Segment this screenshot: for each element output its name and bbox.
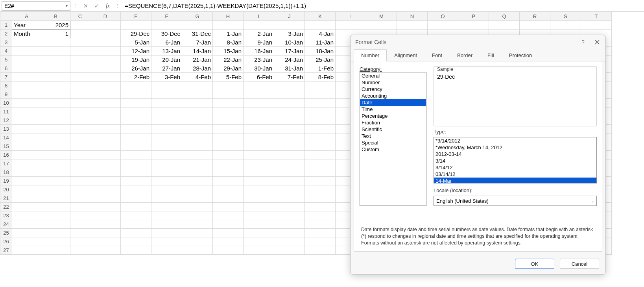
cell[interactable] <box>121 159 151 168</box>
cell[interactable] <box>70 159 90 168</box>
cell[interactable] <box>274 203 305 211</box>
cell[interactable] <box>182 159 213 168</box>
cell[interactable] <box>12 194 41 203</box>
cell[interactable] <box>244 99 274 107</box>
cell[interactable]: 6-Feb <box>244 73 274 81</box>
tab-protection[interactable]: Protection <box>502 49 540 61</box>
cell[interactable] <box>70 211 90 220</box>
cancel-button[interactable]: Cancel <box>560 259 599 269</box>
tab-font[interactable]: Font <box>424 49 450 61</box>
cell[interactable] <box>274 177 305 185</box>
tab-number[interactable]: Number <box>354 49 387 61</box>
cell[interactable] <box>458 21 489 30</box>
cell[interactable] <box>274 229 305 237</box>
column-header[interactable]: L <box>336 12 366 21</box>
cell[interactable] <box>182 168 213 177</box>
cell[interactable] <box>12 47 41 56</box>
cell[interactable] <box>151 229 182 237</box>
column-header[interactable]: A <box>12 12 41 21</box>
cell[interactable] <box>182 107 213 116</box>
cell[interactable] <box>182 116 213 125</box>
cell[interactable] <box>12 142 41 151</box>
cell[interactable] <box>274 81 305 90</box>
cell[interactable] <box>70 81 90 90</box>
row-header[interactable]: 11 <box>0 107 12 116</box>
cell[interactable] <box>12 90 41 99</box>
cell[interactable] <box>70 56 90 64</box>
cell[interactable] <box>274 246 305 255</box>
cell[interactable] <box>182 211 213 220</box>
cell[interactable] <box>121 99 151 107</box>
cell[interactable] <box>121 133 151 142</box>
cell[interactable]: Year <box>12 21 41 30</box>
cell[interactable] <box>121 168 151 177</box>
row-header[interactable]: 21 <box>0 194 12 203</box>
cell[interactable] <box>90 168 121 177</box>
cell[interactable] <box>12 246 41 255</box>
cell[interactable] <box>244 220 274 229</box>
column-header[interactable]: E <box>121 12 151 21</box>
column-header[interactable]: Q <box>489 12 520 21</box>
cell[interactable] <box>70 90 90 99</box>
row-header[interactable]: 7 <box>0 73 12 81</box>
cell[interactable] <box>244 151 274 159</box>
cell[interactable] <box>121 229 151 237</box>
cell[interactable]: 26-Jan <box>121 64 151 73</box>
cell[interactable] <box>121 211 151 220</box>
cell[interactable] <box>70 99 90 107</box>
cell[interactable] <box>151 90 182 99</box>
cell[interactable] <box>12 64 41 73</box>
cell[interactable] <box>12 237 41 246</box>
row-header[interactable]: 26 <box>0 237 12 246</box>
cell[interactable] <box>305 229 336 237</box>
cell[interactable] <box>12 116 41 125</box>
cell[interactable] <box>90 81 121 90</box>
cell[interactable]: 2-Jan <box>244 30 274 38</box>
cell[interactable] <box>581 21 612 30</box>
fx-icon[interactable]: fx <box>103 2 112 10</box>
cell[interactable] <box>151 194 182 203</box>
cell[interactable]: 23-Jan <box>244 56 274 64</box>
cell[interactable] <box>41 211 70 220</box>
cell[interactable] <box>121 151 151 159</box>
type-item[interactable]: 14-Mar <box>434 178 596 183</box>
cell[interactable] <box>244 107 274 116</box>
cell[interactable] <box>41 142 70 151</box>
row-header[interactable]: 2 <box>0 30 12 38</box>
column-header[interactable]: D <box>90 12 121 21</box>
column-header[interactable]: H <box>213 12 244 21</box>
cell[interactable] <box>213 203 244 211</box>
cell[interactable] <box>41 194 70 203</box>
cell[interactable] <box>151 177 182 185</box>
cell[interactable]: 1-Jan <box>213 30 244 38</box>
cell[interactable] <box>182 237 213 246</box>
cell[interactable] <box>41 99 70 107</box>
cell[interactable] <box>244 116 274 125</box>
cell[interactable] <box>213 237 244 246</box>
cell[interactable] <box>41 116 70 125</box>
cell[interactable] <box>41 229 70 237</box>
cell[interactable] <box>70 21 90 30</box>
cell[interactable]: 20-Jan <box>151 56 182 64</box>
column-header[interactable]: N <box>397 12 428 21</box>
cell[interactable] <box>213 21 244 30</box>
cancel-formula-icon[interactable]: ✕ <box>81 2 90 10</box>
cell[interactable] <box>70 203 90 211</box>
cell[interactable] <box>213 220 244 229</box>
cell[interactable] <box>305 168 336 177</box>
cell[interactable] <box>12 211 41 220</box>
cell[interactable] <box>70 177 90 185</box>
cell[interactable] <box>550 21 581 30</box>
cell[interactable] <box>213 142 244 151</box>
category-item[interactable]: Currency <box>360 86 426 93</box>
cell[interactable] <box>90 21 121 30</box>
row-header[interactable]: 6 <box>0 64 12 73</box>
cell[interactable] <box>70 116 90 125</box>
cell[interactable]: 5-Jan <box>121 38 151 47</box>
cell[interactable]: 10-Jan <box>274 38 305 47</box>
row-header[interactable]: 10 <box>0 99 12 107</box>
cell[interactable] <box>213 133 244 142</box>
type-item[interactable]: 03/14/12 <box>434 171 596 178</box>
cell[interactable] <box>305 185 336 194</box>
cell[interactable] <box>305 159 336 168</box>
